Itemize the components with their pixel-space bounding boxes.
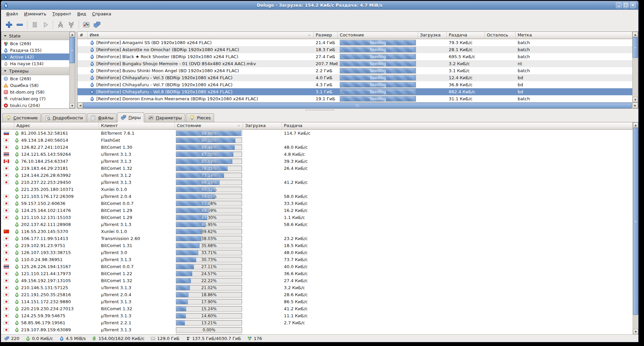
scroll-up-button[interactable]: ▲ bbox=[633, 122, 638, 128]
scroll-thumb[interactable]: ≡ bbox=[70, 37, 75, 63]
torrent-col-header[interactable]: Метка bbox=[516, 32, 632, 39]
pause-torrent-button[interactable] bbox=[29, 20, 40, 30]
torrent-col-header[interactable]: Размер bbox=[314, 32, 338, 39]
tab-файлы[interactable]: Файлы bbox=[87, 113, 117, 122]
peer-row[interactable]: 126.107.193.33:38715µTorrent 3.033.71%33… bbox=[1, 249, 633, 256]
menu-файл[interactable]: Файл bbox=[3, 10, 21, 17]
peer-row[interactable]: 124.25.59.39:54675µTorrent 3.1.314.60%14… bbox=[1, 312, 633, 319]
tab-pieces[interactable]: Pieces bbox=[186, 113, 214, 122]
scroll-track[interactable] bbox=[633, 58, 638, 97]
torrent-row[interactable]: [ReinForce] Astarotte no Omocha! (BDRip … bbox=[78, 46, 632, 53]
torrent-hscrollbar[interactable]: ◀|||▶ bbox=[78, 102, 638, 108]
torrent-row[interactable]: [ReinForce] Dororon Enma-kun Meeramera (… bbox=[78, 95, 632, 102]
peer-row[interactable]: 210.237.22.253:29450µTorrent 3.1.366.29%… bbox=[1, 179, 633, 186]
peers-vscrollbar[interactable]: ▲≡▼ bbox=[633, 122, 638, 334]
sidebar-section-state[interactable]: State bbox=[1, 32, 69, 40]
peer-row[interactable]: 221.235.205.180:10371Xunlei 0.1.060.32%6… bbox=[1, 186, 633, 193]
peer-row[interactable]: 59.157.150.2:60636BitComet 0.0.751.68%51… bbox=[1, 200, 633, 207]
peer-row[interactable]: 121.103.176.172:26309µTorrent 2.0.459.05… bbox=[1, 193, 633, 200]
sidebar-item[interactable]: Раздача (135) bbox=[1, 47, 69, 53]
tab-состояние[interactable]: Состояние bbox=[2, 113, 41, 122]
sidebar-item[interactable]: bt-dom.org (58) bbox=[1, 89, 69, 95]
scroll-down-button[interactable]: ▼ bbox=[633, 329, 638, 334]
scroll-up-button[interactable]: ▲ bbox=[633, 32, 638, 37]
maximize-button[interactable] bbox=[623, 2, 629, 8]
peer-row[interactable]: 219.102.91.23:9751BitComet 1.3135.68%35.… bbox=[1, 242, 633, 249]
paned-grip-icon[interactable] bbox=[305, 109, 334, 111]
peer-row[interactable]: 202.137.62.111:28908µTorrent 3.1.344.95%… bbox=[1, 221, 633, 228]
sidebar-item[interactable]: Active (42) bbox=[1, 53, 69, 60]
peer-row[interactable]: 125.26.226.194:13167BitComet 0.0.727.11%… bbox=[1, 263, 633, 270]
peer-col-header[interactable]: Загрузка bbox=[243, 122, 282, 130]
add-torrent-button[interactable] bbox=[4, 20, 14, 30]
scroll-track[interactable] bbox=[633, 315, 638, 329]
scroll-track[interactable] bbox=[70, 63, 75, 103]
scroll-down-button[interactable]: ▼ bbox=[633, 97, 638, 102]
scroll-up-button[interactable]: ▲ bbox=[70, 32, 75, 37]
menu-торрент[interactable]: Торрент bbox=[49, 10, 74, 17]
peer-col-header[interactable]: Клиент bbox=[99, 122, 175, 130]
torrent-col-header[interactable]: Имя bbox=[88, 32, 314, 39]
sidebar-item[interactable]: Все (269) bbox=[1, 75, 69, 82]
torrent-row[interactable]: [ReinForce] Chihayafuru - Vol.3 (BDRip 1… bbox=[78, 74, 632, 81]
title-bar[interactable]: Deluge - Загрузка: 154.2 КиБ/с Раздача: … bbox=[1, 1, 638, 10]
scroll-down-button[interactable]: ▼ bbox=[70, 103, 75, 108]
scroll-left-button[interactable]: ◀ bbox=[78, 103, 83, 108]
torrent-row[interactable]: [ReinForce] Chihayafuru - Vol.7 (BDRip 1… bbox=[78, 81, 632, 88]
peer-row[interactable]: 76.10.184.254:63347µTorrent 3.1.385.59%8… bbox=[1, 158, 633, 165]
torrent-vscrollbar[interactable]: ▲≡▼ bbox=[632, 32, 638, 102]
torrent-col-header[interactable]: Осталось bbox=[485, 32, 516, 39]
torrent-col-header[interactable]: Раздача bbox=[447, 32, 485, 39]
tab-пиры[interactable]: Пиры bbox=[117, 112, 144, 122]
torrent-row[interactable]: [ReinForce] Busou Shinki Moon Angel (BD … bbox=[78, 67, 632, 74]
preferences-button[interactable] bbox=[81, 20, 92, 30]
sidebar-item[interactable]: Ошибка (58) bbox=[1, 82, 69, 89]
scroll-thumb[interactable]: ≡ bbox=[633, 37, 638, 58]
scroll-thumb[interactable]: ≡ bbox=[633, 128, 638, 315]
peer-row[interactable]: 124.25.164.102:11476BitComet 1.2949.59%4… bbox=[1, 207, 633, 214]
peer-row[interactable]: 210.146.5.131:57125uTorrent 3.1.321.02%2… bbox=[1, 284, 633, 291]
sidebar-item[interactable]: rutracker.org (7) bbox=[1, 95, 69, 102]
torrent-col-header[interactable]: Загрузка bbox=[418, 32, 447, 39]
peer-row[interactable]: 106.177.11.99:51413Transmission 2.6038.0… bbox=[1, 235, 633, 242]
expander-icon[interactable] bbox=[3, 34, 7, 38]
expander-icon[interactable] bbox=[3, 69, 7, 73]
peer-row[interactable]: 221.191.250.35:25816µTorrent 2.0.418.86%… bbox=[1, 291, 633, 298]
scroll-thumb[interactable]: ||| bbox=[83, 103, 632, 108]
remove-torrent-button[interactable] bbox=[14, 20, 25, 30]
torrent-row[interactable]: [ReinForce] Chihayafuru - Vol.8 (BDRip 1… bbox=[78, 88, 632, 95]
peer-row[interactable]: 121.110.12.131:15103BitComet 1.2947.30%4… bbox=[1, 214, 633, 221]
peer-row[interactable]: 124.144.226.28:63992uTorrent 3.1.273.14%… bbox=[1, 172, 633, 179]
peer-row[interactable]: 121.110.121.44:17973BitComet 1.2224.57%2… bbox=[1, 270, 633, 277]
torrent-row[interactable]: [ReinForce] Bungaku Shoujo Memoire - 01 … bbox=[78, 60, 632, 67]
menu-вид[interactable]: Вид bbox=[74, 10, 89, 17]
menu-изменить[interactable]: Изменить bbox=[21, 10, 49, 17]
peer-row[interactable]: 49.134.18.240:56014FlashGet90.10%90.10% bbox=[1, 137, 633, 144]
peer-col-header[interactable]: Адрес bbox=[14, 122, 99, 130]
torrent-col-header[interactable]: Состояние bbox=[338, 32, 418, 39]
peer-row[interactable]: 220.219.230.234:27013BitComet 1.3215.24%… bbox=[1, 305, 633, 312]
torrent-row[interactable]: [ReinForce] Amagami SS (BD 1920x1080 x26… bbox=[78, 39, 632, 46]
torrent-row[interactable]: [ReinForce] Black ★ Rock Shooter (BDRip … bbox=[78, 53, 632, 60]
peer-row[interactable]: 110.0.24.98:36951µTorrent 3.1.330.73%30.… bbox=[1, 256, 633, 263]
tab-параметры[interactable]: Параметры bbox=[145, 113, 185, 122]
peer-row[interactable]: 126.82.27.241:10124BitComet 1.3089.46%89… bbox=[1, 144, 633, 151]
sidebar-section-trackers[interactable]: Трекеры bbox=[1, 67, 69, 75]
queue-down-button[interactable] bbox=[66, 20, 77, 30]
sidebar-scrollbar[interactable]: ▲≡▼ bbox=[69, 32, 75, 108]
sidebar-item[interactable]: Все (269) bbox=[1, 40, 69, 47]
peer-row[interactable]: 114.151.172.232:9880µTorrent 3.1.317.90%… bbox=[1, 298, 633, 305]
peer-row[interactable]: 219.183.44.29:23181BitComet 1.3278.35%78… bbox=[1, 165, 633, 172]
peer-row[interactable]: 81.200.154.32:58161BitTorrent 7.6.198.86… bbox=[1, 130, 633, 137]
scroll-right-button[interactable]: ▶ bbox=[633, 103, 638, 108]
paned-splitter[interactable] bbox=[1, 109, 638, 112]
peer-col-header[interactable]: Раздача bbox=[282, 122, 633, 130]
tab-подробности[interactable]: Подробности bbox=[41, 113, 86, 122]
peer-row[interactable]: 124.121.65.143:59264uTorrent 3.1.387.30%… bbox=[1, 151, 633, 158]
torrent-col-header[interactable]: # bbox=[78, 32, 88, 39]
peer-row[interactable]: 219.107.89.159:63089µTorrent 3.1.30.00%0… bbox=[1, 326, 633, 333]
resume-torrent-button[interactable] bbox=[40, 20, 51, 30]
sidebar-item[interactable]: На паузе (134) bbox=[1, 60, 69, 67]
close-button[interactable] bbox=[630, 2, 636, 8]
menu-справка[interactable]: Справка bbox=[89, 10, 114, 17]
